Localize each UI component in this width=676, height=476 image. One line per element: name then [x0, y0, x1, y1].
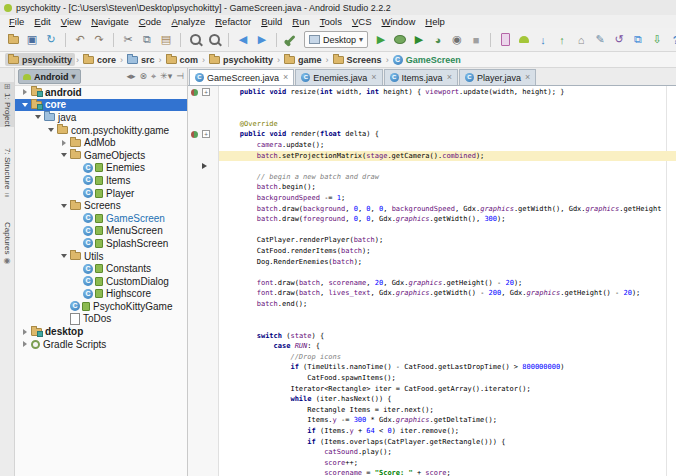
close-tab-icon[interactable]: ×: [525, 73, 530, 82]
breadcrumb-item-psychokitty[interactable]: psychokitty: [206, 53, 276, 66]
tree-item-admob[interactable]: AdMob: [15, 136, 187, 149]
vcs-update-button[interactable]: ↓: [534, 31, 552, 49]
profile-button[interactable]: ◕: [429, 31, 447, 49]
debug-button[interactable]: [391, 31, 409, 49]
menu-item-run[interactable]: Run: [287, 16, 314, 27]
close-tab-icon[interactable]: ×: [447, 73, 452, 82]
menu-item-window[interactable]: Window: [376, 16, 420, 27]
settings-icon[interactable]: ✳▾: [160, 72, 172, 81]
tree-item-constants[interactable]: Constants: [15, 262, 187, 275]
menu-item-edit[interactable]: Edit: [29, 16, 55, 27]
breadcrumb-item-src[interactable]: src: [124, 53, 158, 66]
tree-item-enemies[interactable]: Enemies: [15, 162, 187, 175]
tree-item-highscore[interactable]: Highscore: [15, 288, 187, 301]
breadcrumb-item-game[interactable]: game: [281, 53, 325, 66]
stop-button[interactable]: ■: [467, 31, 485, 49]
tree-item-psychokittygame[interactable]: PsychoKittyGame: [15, 300, 187, 313]
tool-window-button-captures[interactable]: Captures◉: [0, 222, 14, 265]
fold-marker-icon[interactable]: +: [202, 88, 210, 96]
tool-window-button-1-project[interactable]: ⊞1: Project: [0, 82, 14, 127]
tree-item-desktop[interactable]: desktop: [15, 325, 187, 338]
tab-gamescreen-java[interactable]: GameScreen.java×: [189, 69, 294, 85]
make-project-button[interactable]: [282, 31, 300, 49]
breadcrumb-item-psychokitty[interactable]: psychokitty: [5, 53, 75, 66]
view-mode-arrows-icon[interactable]: ◂▸: [126, 72, 135, 81]
menu-item-analyze[interactable]: Analyze: [166, 16, 210, 27]
compare-button[interactable]: ⧉: [629, 31, 647, 49]
save-all-button[interactable]: ▣: [23, 31, 41, 49]
override-marker-icon[interactable]: [191, 89, 198, 96]
hide-panel-icon[interactable]: ⊣: [176, 72, 184, 81]
project-structure-button[interactable]: ⌂: [572, 31, 590, 49]
edit-configurations-button[interactable]: ✎: [591, 31, 609, 49]
breadcrumb-item-com[interactable]: com: [163, 53, 202, 66]
expand-arrow-icon[interactable]: [58, 250, 69, 262]
menu-item-tools[interactable]: Tools: [315, 16, 347, 27]
paste-button[interactable]: ▤: [157, 31, 175, 49]
tree-item-splashscreen[interactable]: SplashScreen: [15, 237, 187, 250]
help-button[interactable]: ?: [667, 31, 676, 49]
expand-arrow-icon[interactable]: [32, 111, 43, 123]
tool-window-button-7-structure[interactable]: 7: Structure≡: [0, 148, 14, 200]
copy-button[interactable]: ⧉: [138, 31, 156, 49]
project-view-selector[interactable]: Android ▾: [18, 69, 81, 84]
attach-debugger-to-android-button[interactable]: ◉: [448, 31, 466, 49]
tab-enemies-java[interactable]: Enemies.java×: [295, 69, 382, 85]
menu-item-navigate[interactable]: Navigate: [86, 16, 134, 27]
tree-item-java[interactable]: java: [15, 111, 187, 124]
revert-button[interactable]: ↺: [610, 31, 628, 49]
tree-item-todos[interactable]: ToDos: [15, 313, 187, 326]
fold-arrow-icon[interactable]: [202, 163, 207, 169]
run-configuration-selector[interactable]: Desktop▾: [304, 31, 368, 48]
expand-arrow-icon[interactable]: [19, 338, 30, 350]
back-button[interactable]: ◀: [234, 31, 252, 49]
tree-item-utils[interactable]: Utils: [15, 250, 187, 263]
fold-marker-icon[interactable]: +: [202, 130, 210, 138]
tree-item-gradle-scripts[interactable]: Gradle Scripts: [15, 338, 187, 351]
open-file-button[interactable]: [4, 31, 22, 49]
menu-item-code[interactable]: Code: [134, 16, 167, 27]
close-tab-icon[interactable]: ×: [371, 73, 376, 82]
breadcrumb-item-gamescreen[interactable]: GameScreen: [390, 53, 464, 66]
find-button[interactable]: [186, 31, 204, 49]
sdk-manager-button[interactable]: [515, 31, 533, 49]
menu-item-vcs[interactable]: VCS: [347, 16, 377, 27]
vcs-commit-button[interactable]: ↑: [553, 31, 571, 49]
tree-item-menuscreen[interactable]: MenuScreen: [15, 225, 187, 238]
expand-arrow-icon[interactable]: [58, 149, 69, 161]
tree-item-android[interactable]: android: [15, 86, 187, 99]
breadcrumb-item-core[interactable]: core: [80, 53, 119, 66]
code-editor[interactable]: ++ public void resize(int width, int hei…: [188, 86, 676, 476]
expand-arrow-icon[interactable]: [58, 137, 69, 149]
breadcrumb-item-screens[interactable]: Screens: [330, 53, 385, 66]
menu-item-build[interactable]: Build: [256, 16, 287, 27]
undo-button[interactable]: ↶: [71, 31, 89, 49]
avd-manager-button[interactable]: [496, 31, 514, 49]
redo-button[interactable]: ↷: [90, 31, 108, 49]
menu-item-refactor[interactable]: Refactor: [210, 16, 256, 27]
forward-button[interactable]: ▶: [253, 31, 271, 49]
menu-item-view[interactable]: View: [56, 16, 86, 27]
collapse-all-icon[interactable]: ⊗: [139, 72, 147, 81]
sdk-update-button[interactable]: ⇩: [648, 31, 666, 49]
tree-item-com-psychokitty-game[interactable]: com.psychokitty.game: [15, 124, 187, 137]
menu-item-help[interactable]: Help: [420, 16, 450, 27]
expand-arrow-icon[interactable]: [19, 86, 30, 98]
override-marker-icon[interactable]: [191, 131, 198, 138]
tree-item-gameobjects[interactable]: GameObjects: [15, 149, 187, 162]
tree-item-gamescreen[interactable]: GameScreen: [15, 212, 187, 225]
expand-arrow-icon[interactable]: [19, 99, 30, 111]
expand-arrow-icon[interactable]: [45, 124, 56, 136]
sync-project-button[interactable]: ↻: [42, 31, 60, 49]
expand-arrow-icon[interactable]: [19, 326, 30, 338]
run-button[interactable]: ▶: [372, 31, 390, 49]
tree-item-customdialog[interactable]: CustomDialog: [15, 275, 187, 288]
tree-item-screens[interactable]: Screens: [15, 199, 187, 212]
expand-arrow-icon[interactable]: [58, 200, 69, 212]
tree-item-items[interactable]: Items: [15, 174, 187, 187]
tab-items-java[interactable]: Items.java×: [384, 69, 458, 85]
replace-button[interactable]: [205, 31, 223, 49]
scroll-from-source-icon[interactable]: ⌖: [151, 72, 156, 81]
tree-item-core[interactable]: core: [15, 99, 187, 112]
close-tab-icon[interactable]: ×: [283, 73, 288, 82]
